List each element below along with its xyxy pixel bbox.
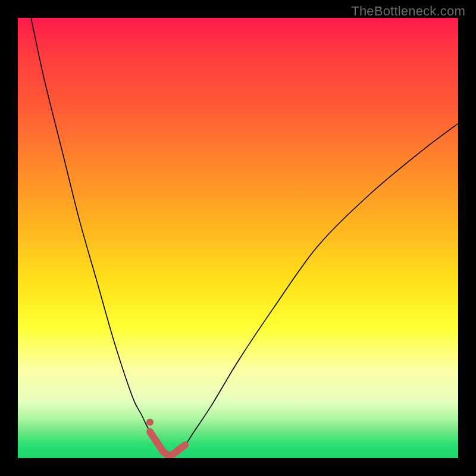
highlight-dot [146, 419, 154, 426]
chart-frame: TheBottleneck.com [0, 0, 476, 476]
curve-svg [18, 18, 458, 458]
bottleneck-curve-highlight [150, 432, 185, 455]
watermark-text: TheBottleneck.com [351, 4, 465, 19]
plot-background [18, 18, 458, 458]
bottleneck-curve [31, 18, 458, 455]
